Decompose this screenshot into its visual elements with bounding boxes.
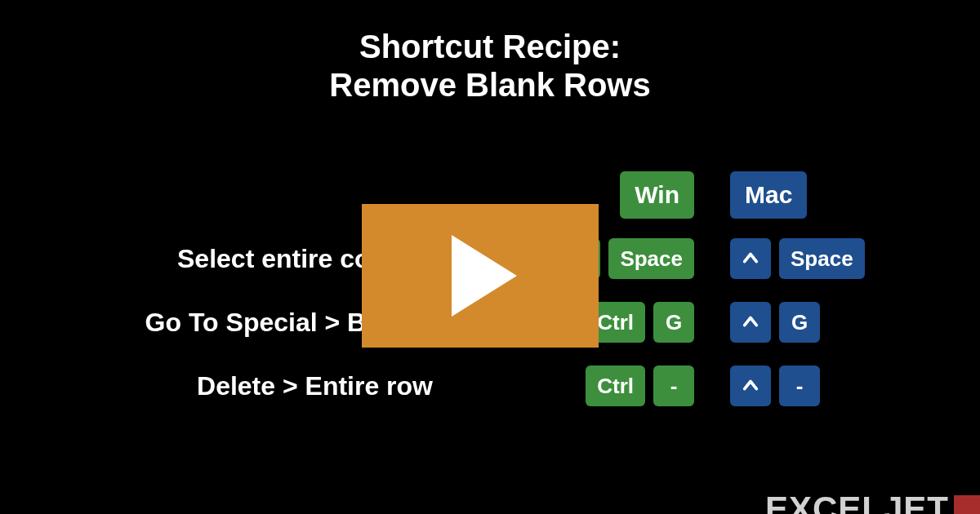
key-cap: Space	[608, 238, 694, 279]
key-cap: -	[653, 366, 694, 406]
play-button[interactable]	[362, 204, 599, 348]
mac-keys: G	[694, 302, 906, 343]
win-keys: Ctrl -	[457, 366, 694, 406]
svg-marker-0	[452, 235, 517, 317]
mac-header-badge: Mac	[730, 171, 807, 219]
shortcut-row: Delete > Entire row Ctrl - -	[0, 354, 980, 418]
shortcut-label: Delete > Entire row	[0, 371, 457, 401]
key-cap: -	[779, 366, 820, 406]
key-cap: Space	[779, 238, 865, 279]
control-key-icon	[730, 238, 771, 279]
title-line-2: Remove Blank Rows	[0, 66, 980, 104]
key-cap: G	[653, 302, 694, 343]
win-header-badge: Win	[620, 171, 694, 219]
slide-title: Shortcut Recipe: Remove Blank Rows	[0, 0, 980, 104]
control-key-icon	[730, 366, 771, 406]
brand-text: EXCELJET	[765, 490, 949, 514]
mac-keys: -	[694, 366, 906, 406]
mac-keys: Space	[694, 238, 906, 279]
play-icon	[443, 235, 517, 317]
control-key-icon	[730, 302, 771, 343]
brand-watermark: EXCELJET	[765, 490, 980, 514]
key-cap: Ctrl	[586, 366, 645, 406]
key-cap: G	[779, 302, 820, 343]
brand-mark-icon	[954, 495, 980, 514]
title-line-1: Shortcut Recipe:	[0, 28, 980, 66]
